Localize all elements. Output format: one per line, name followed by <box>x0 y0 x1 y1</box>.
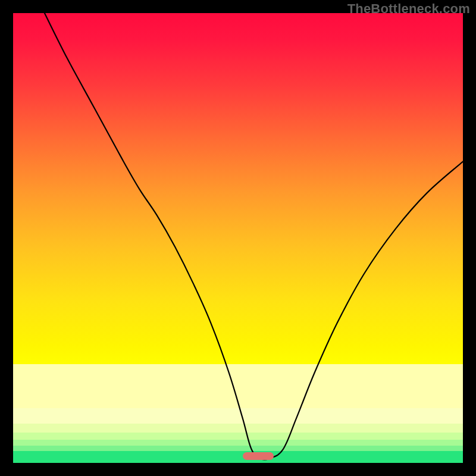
color-band <box>13 424 463 433</box>
plot-area <box>13 13 463 463</box>
color-band <box>13 364 463 408</box>
attribution-label: TheBottleneck.com <box>347 1 470 17</box>
optimum-marker <box>243 452 274 460</box>
color-band <box>13 440 463 446</box>
color-band <box>13 451 463 463</box>
color-band <box>13 446 463 451</box>
color-band <box>13 408 463 424</box>
chart-frame: TheBottleneck.com <box>0 0 476 476</box>
color-band <box>13 433 463 439</box>
